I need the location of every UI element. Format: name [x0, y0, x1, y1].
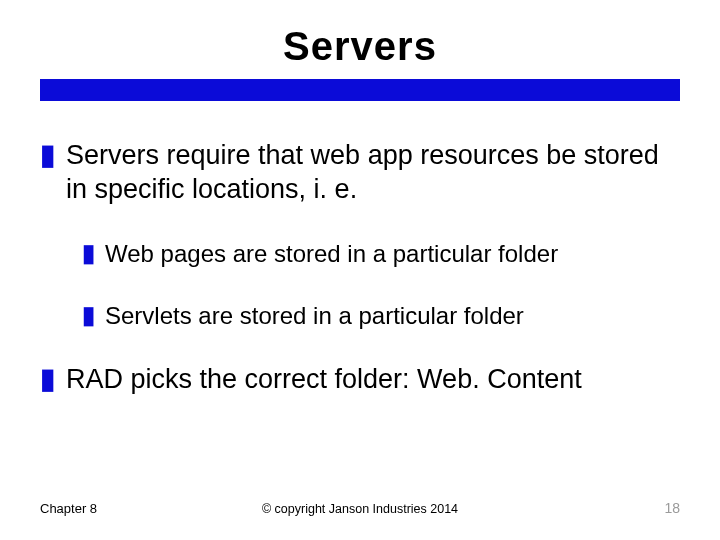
list-item: ▮ Servlets are stored in a particular fo…: [82, 301, 680, 331]
bullet-icon: ▮: [82, 301, 93, 330]
accent-bar: [40, 79, 680, 101]
bullet-icon: ▮: [82, 239, 93, 268]
bullet-text: Servlets are stored in a particular fold…: [105, 301, 524, 331]
list-item: ▮ Web pages are stored in a particular f…: [82, 239, 680, 269]
bullet-text: Web pages are stored in a particular fol…: [105, 239, 558, 269]
page-title: Servers: [40, 24, 680, 69]
footer-chapter: Chapter 8: [40, 501, 97, 516]
bullet-text: Servers require that web app resources b…: [66, 139, 680, 207]
slide: Servers ▮ Servers require that web app r…: [0, 0, 720, 540]
bullet-text: RAD picks the correct folder: Web. Conte…: [66, 363, 582, 397]
bullet-icon: ▮: [40, 363, 52, 395]
list-item: ▮ RAD picks the correct folder: Web. Con…: [40, 363, 680, 397]
footer-copyright: © copyright Janson Industries 2014: [262, 502, 458, 516]
bullet-icon: ▮: [40, 139, 52, 171]
list-item: ▮ Servers require that web app resources…: [40, 139, 680, 207]
page-number: 18: [664, 500, 680, 516]
footer: Chapter 8 © copyright Janson Industries …: [40, 500, 680, 516]
content-area: ▮ Servers require that web app resources…: [40, 139, 680, 396]
